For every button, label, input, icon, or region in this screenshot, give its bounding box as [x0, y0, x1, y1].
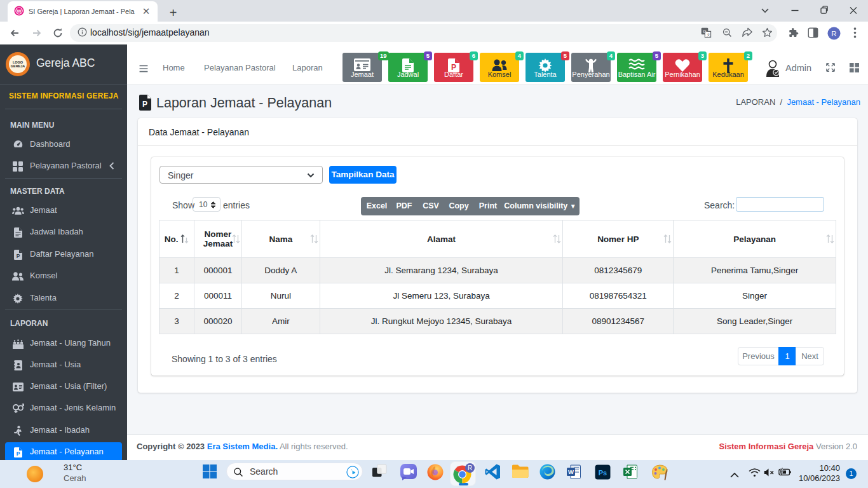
svg-text:W: W — [568, 468, 574, 475]
svg-text:R: R — [831, 30, 836, 37]
svg-text:P: P — [142, 100, 147, 109]
svg-text:LOGO: LOGO — [13, 60, 24, 64]
svg-text:文: 文 — [707, 32, 710, 37]
svg-text:Ps: Ps — [599, 469, 607, 477]
svg-text:P: P — [16, 253, 20, 259]
svg-text:P: P — [16, 451, 20, 457]
svg-text:W: W — [17, 8, 22, 14]
svg-text:GEREJA: GEREJA — [11, 64, 25, 68]
